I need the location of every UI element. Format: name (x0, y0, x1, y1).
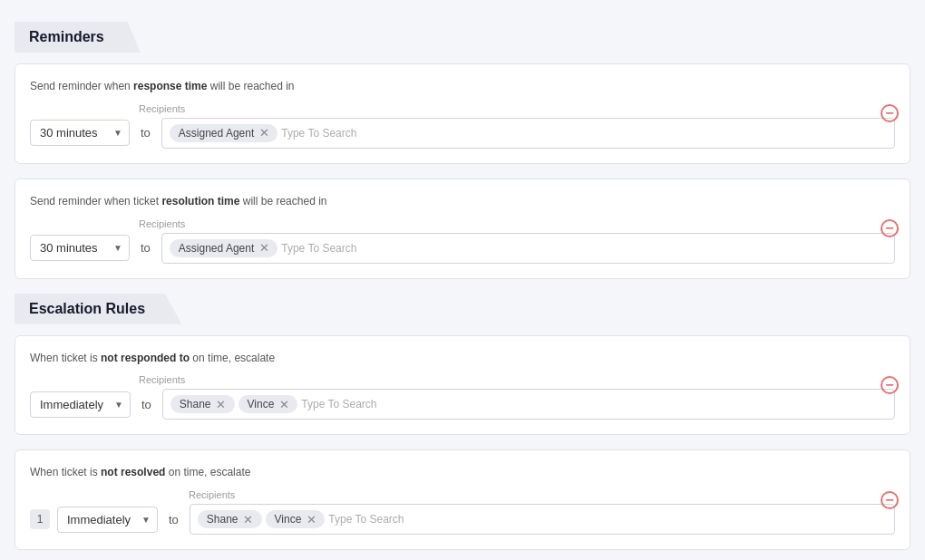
escalation-card-1-recipients-label: Recipients (139, 374, 895, 385)
escalation-card-1-recipients-field[interactable]: Shane ✕ Vince ✕ Type To Search (162, 389, 895, 420)
escalation-card-1-tag-shane-remove-icon[interactable]: ✕ (215, 398, 228, 410)
escalation-card-2-time-select-wrapper[interactable]: Immediately 5 minutes 10 minutes 15 minu… (57, 507, 158, 533)
reminder-card-2-tag-assigned-agent: Assigned Agent ✕ (170, 239, 278, 257)
escalation-card-1-row: Immediately 5 minutes 10 minutes 15 minu… (30, 389, 895, 420)
reminder-card-1-tag-assigned-agent: Assigned Agent ✕ (170, 124, 278, 142)
reminder-card-1-recipients-field[interactable]: Assigned Agent ✕ Type To Search (161, 118, 895, 149)
escalation-card-1: When ticket is not responded to on time,… (15, 335, 910, 436)
reminder-card-2-time-select[interactable]: 30 minutes 5 minutes 10 minutes 15 minut… (30, 235, 130, 261)
reminder-card-2-tag-remove-icon[interactable]: ✕ (258, 242, 270, 255)
reminder-card-1-recipients-label: Recipients (139, 103, 895, 114)
escalation-card-2-number-badge: 1 (30, 509, 50, 529)
tag-label: Vince (275, 513, 302, 526)
tag-label: Assigned Agent (179, 242, 254, 255)
escalation-card-2-label: When ticket is not resolved on time, esc… (30, 465, 895, 480)
reminder-card-2-label: Send reminder when ticket resolution tim… (30, 194, 895, 209)
escalation-card-2: When ticket is not resolved on time, esc… (15, 449, 910, 550)
reminder-card-2-search-placeholder: Type To Search (281, 242, 356, 255)
escalation-card-1-tag-shane: Shane ✕ (170, 395, 235, 413)
reminder-card-1-row: 30 minutes 5 minutes 10 minutes 15 minut… (30, 118, 895, 149)
escalation-card-1-remove-button[interactable] (881, 376, 899, 394)
reminder-card-2-recipients-field[interactable]: Assigned Agent ✕ Type To Search (161, 233, 895, 264)
escalation-card-2-to-label: to (165, 513, 182, 526)
reminder-card-1-to-label: to (137, 126, 154, 140)
reminder-card-1-search-placeholder: Type To Search (281, 127, 356, 140)
escalation-card-1-label: When ticket is not responded to on time,… (30, 351, 895, 366)
escalation-card-2-tag-shane-remove-icon[interactable]: ✕ (242, 513, 255, 526)
reminder-card-1-time-select[interactable]: 30 minutes 5 minutes 10 minutes 15 minut… (30, 120, 130, 146)
reminders-title: Reminders (15, 22, 141, 53)
reminder-card-1-label: Send reminder when response time will be… (30, 79, 895, 94)
reminder-card-2: Send reminder when ticket resolution tim… (15, 179, 910, 279)
reminder-card-2-row: 30 minutes 5 minutes 10 minutes 15 minut… (30, 233, 895, 264)
escalation-card-2-remove-button[interactable] (881, 491, 899, 509)
escalation-card-1-search-placeholder: Type To Search (301, 398, 376, 410)
escalation-card-2-tag-vince: Vince ✕ (266, 510, 326, 528)
escalation-card-1-to-label: to (138, 398, 155, 411)
reminder-card-1-remove-button[interactable] (881, 104, 899, 122)
reminder-card-2-to-label: to (137, 241, 154, 255)
tag-label: Vince (248, 398, 275, 410)
escalation-card-2-time-select[interactable]: Immediately 5 minutes 10 minutes 15 minu… (57, 507, 158, 533)
escalation-card-1-time-select[interactable]: Immediately 5 minutes 10 minutes 15 minu… (30, 391, 131, 418)
escalation-card-2-row: 1 Immediately 5 minutes 10 minutes 15 mi… (30, 504, 895, 535)
escalation-card-2-recipients-label: Recipients (189, 489, 895, 500)
reminder-card-2-recipients-label: Recipients (139, 218, 895, 229)
escalation-card-2-tag-shane: Shane ✕ (198, 510, 262, 528)
escalation-card-2-tag-vince-remove-icon[interactable]: ✕ (305, 513, 317, 526)
reminder-card-1-time-select-wrapper[interactable]: 30 minutes 5 minutes 10 minutes 15 minut… (30, 120, 130, 146)
reminder-card-2-remove-button[interactable] (881, 219, 899, 237)
escalation-card-1-tag-vince: Vince ✕ (239, 395, 298, 413)
tag-label: Assigned Agent (179, 127, 254, 140)
tag-label: Shane (180, 398, 211, 410)
reminder-card-1: Send reminder when response time will be… (15, 63, 910, 164)
escalation-title: Escalation Rules (15, 294, 181, 324)
escalation-card-1-tag-vince-remove-icon[interactable]: ✕ (278, 398, 290, 410)
reminders-section-header: Reminders (15, 22, 910, 53)
escalation-card-1-time-select-wrapper[interactable]: Immediately 5 minutes 10 minutes 15 minu… (30, 391, 131, 418)
tag-label: Shane (207, 513, 239, 526)
escalation-section-header: Escalation Rules (15, 294, 910, 324)
reminder-card-2-time-select-wrapper[interactable]: 30 minutes 5 minutes 10 minutes 15 minut… (30, 235, 130, 261)
escalation-card-2-search-placeholder: Type To Search (328, 513, 404, 526)
escalation-card-2-recipients-field[interactable]: Shane ✕ Vince ✕ Type To Search (190, 504, 895, 535)
reminder-card-1-tag-remove-icon[interactable]: ✕ (258, 127, 270, 140)
